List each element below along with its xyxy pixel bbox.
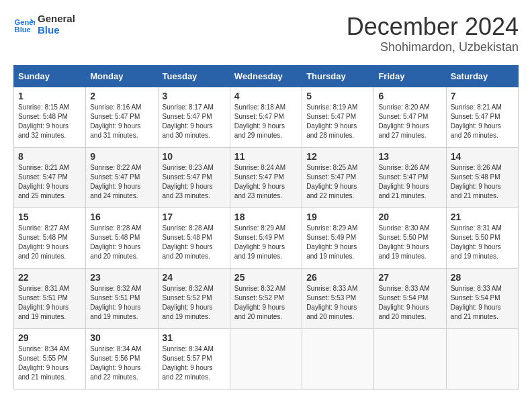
calendar-day-cell: 29 Sunrise: 8:34 AM Sunset: 5:55 PM Dayl… [14,328,86,389]
calendar-day-cell: 28 Sunrise: 8:33 AM Sunset: 5:54 PM Dayl… [446,268,518,328]
calendar-day-cell: 11 Sunrise: 8:24 AM Sunset: 5:47 PM Dayl… [230,147,302,208]
sunrise-label: Sunrise: 8:22 AM [90,164,141,171]
logo: General Blue General Blue [13,13,75,36]
daylight-label: Daylight: 9 hours and 20 minutes. [378,304,429,320]
day-info: Sunrise: 8:34 AM Sunset: 5:56 PM Dayligh… [90,345,153,382]
weekday-header: Thursday [302,65,374,87]
daylight-label: Daylight: 9 hours and 28 minutes. [306,122,357,139]
calendar-day-cell [446,328,518,389]
daylight-label: Daylight: 9 hours and 22 minutes. [90,364,140,381]
calendar-table: SundayMondayTuesdayWednesdayThursdayFrid… [13,65,519,390]
day-info: Sunrise: 8:32 AM Sunset: 5:52 PM Dayligh… [234,284,298,322]
daylight-label: Daylight: 9 hours and 19 minutes. [90,304,140,320]
day-info: Sunrise: 8:28 AM Sunset: 5:48 PM Dayligh… [90,224,153,261]
sunset-label: Sunset: 5:49 PM [234,234,284,241]
sunset-label: Sunset: 5:47 PM [451,113,500,120]
sunset-label: Sunset: 5:47 PM [378,173,428,181]
day-number: 3 [163,91,226,101]
daylight-label: Daylight: 9 hours and 21 minutes. [451,183,501,199]
sunset-label: Sunset: 5:57 PM [163,355,212,362]
daylight-label: Daylight: 9 hours and 19 minutes. [451,243,501,260]
calendar-day-cell: 1 Sunrise: 8:15 AM Sunset: 5:48 PM Dayli… [14,87,86,147]
daylight-label: Daylight: 9 hours and 23 minutes. [163,183,213,199]
daylight-label: Daylight: 9 hours and 22 minutes. [306,183,357,199]
weekday-header: Saturday [446,65,518,87]
day-info: Sunrise: 8:19 AM Sunset: 5:47 PM Dayligh… [306,103,369,140]
day-info: Sunrise: 8:31 AM Sunset: 5:50 PM Dayligh… [451,224,514,261]
day-info: Sunrise: 8:18 AM Sunset: 5:47 PM Dayligh… [234,103,298,140]
day-number: 22 [18,272,81,283]
sunset-label: Sunset: 5:52 PM [163,294,212,302]
day-number: 17 [163,212,226,222]
sunrise-label: Sunrise: 8:19 AM [306,103,357,111]
month-title: December 2024 [347,13,519,40]
weekday-header: Monday [86,65,158,87]
calendar-day-cell: 30 Sunrise: 8:34 AM Sunset: 5:56 PM Dayl… [86,328,158,389]
day-info: Sunrise: 8:26 AM Sunset: 5:47 PM Dayligh… [378,163,441,201]
sunrise-label: Sunrise: 8:15 AM [18,103,69,111]
calendar-day-cell: 16 Sunrise: 8:28 AM Sunset: 5:48 PM Dayl… [86,208,158,268]
calendar-week-row: 22 Sunrise: 8:31 AM Sunset: 5:51 PM Dayl… [14,268,519,328]
sunrise-label: Sunrise: 8:29 AM [234,224,285,232]
sunset-label: Sunset: 5:54 PM [378,294,428,302]
sunset-label: Sunset: 5:47 PM [306,113,356,120]
calendar-day-cell: 14 Sunrise: 8:26 AM Sunset: 5:48 PM Dayl… [446,147,518,208]
day-info: Sunrise: 8:31 AM Sunset: 5:51 PM Dayligh… [18,284,81,322]
calendar-day-cell: 10 Sunrise: 8:23 AM Sunset: 5:47 PM Dayl… [158,147,230,208]
sunset-label: Sunset: 5:47 PM [163,173,212,181]
calendar-day-cell: 19 Sunrise: 8:29 AM Sunset: 5:49 PM Dayl… [302,208,374,268]
day-info: Sunrise: 8:34 AM Sunset: 5:55 PM Dayligh… [18,345,81,382]
calendar-day-cell: 27 Sunrise: 8:33 AM Sunset: 5:54 PM Dayl… [374,268,446,328]
day-number: 12 [306,151,369,162]
sunrise-label: Sunrise: 8:34 AM [163,345,214,353]
daylight-label: Daylight: 9 hours and 20 minutes. [18,243,69,260]
day-number: 24 [163,272,226,283]
day-number: 14 [451,151,514,162]
daylight-label: Daylight: 9 hours and 31 minutes. [90,122,140,139]
daylight-label: Daylight: 9 hours and 20 minutes. [163,243,213,260]
calendar-day-cell: 9 Sunrise: 8:22 AM Sunset: 5:47 PM Dayli… [86,147,158,208]
day-number: 15 [18,212,81,222]
calendar-day-cell: 5 Sunrise: 8:19 AM Sunset: 5:47 PM Dayli… [302,87,374,147]
daylight-label: Daylight: 9 hours and 20 minutes. [234,304,285,320]
sunset-label: Sunset: 5:50 PM [378,234,428,241]
day-number: 11 [234,151,298,162]
sunset-label: Sunset: 5:51 PM [18,294,68,302]
sunrise-label: Sunrise: 8:32 AM [90,285,141,292]
day-info: Sunrise: 8:23 AM Sunset: 5:47 PM Dayligh… [163,163,226,201]
sunrise-label: Sunrise: 8:32 AM [163,285,214,292]
day-info: Sunrise: 8:32 AM Sunset: 5:51 PM Dayligh… [90,284,153,322]
day-number: 21 [451,212,514,222]
daylight-label: Daylight: 9 hours and 25 minutes. [18,183,69,199]
sunrise-label: Sunrise: 8:28 AM [163,224,214,232]
daylight-label: Daylight: 9 hours and 24 minutes. [90,183,140,199]
daylight-label: Daylight: 9 hours and 19 minutes. [378,243,429,260]
calendar-day-cell: 3 Sunrise: 8:17 AM Sunset: 5:47 PM Dayli… [158,87,230,147]
sunset-label: Sunset: 5:48 PM [163,234,212,241]
daylight-label: Daylight: 9 hours and 21 minutes. [18,364,69,381]
sunset-label: Sunset: 5:47 PM [18,173,68,181]
day-info: Sunrise: 8:29 AM Sunset: 5:49 PM Dayligh… [234,224,298,261]
day-info: Sunrise: 8:25 AM Sunset: 5:47 PM Dayligh… [306,163,369,201]
sunrise-label: Sunrise: 8:23 AM [163,164,214,171]
daylight-label: Daylight: 9 hours and 21 minutes. [378,183,429,199]
day-info: Sunrise: 8:15 AM Sunset: 5:48 PM Dayligh… [18,103,81,140]
daylight-label: Daylight: 9 hours and 22 minutes. [163,364,213,381]
location-title: Shohimardon, Uzbekistan [347,40,519,54]
svg-text:Blue: Blue [15,26,31,34]
calendar-day-cell: 21 Sunrise: 8:31 AM Sunset: 5:50 PM Dayl… [446,208,518,268]
sunrise-label: Sunrise: 8:26 AM [451,164,502,171]
sunrise-label: Sunrise: 8:18 AM [234,103,285,111]
weekday-header: Tuesday [158,65,230,87]
day-number: 9 [90,151,153,162]
sunrise-label: Sunrise: 8:31 AM [451,224,502,232]
logo-icon: General Blue [13,14,35,36]
sunset-label: Sunset: 5:47 PM [90,113,140,120]
day-info: Sunrise: 8:33 AM Sunset: 5:54 PM Dayligh… [378,284,441,322]
daylight-label: Daylight: 9 hours and 21 minutes. [451,304,501,320]
day-info: Sunrise: 8:16 AM Sunset: 5:47 PM Dayligh… [90,103,153,140]
sunset-label: Sunset: 5:56 PM [90,355,140,362]
sunrise-label: Sunrise: 8:25 AM [306,164,357,171]
title-area: December 2024 Shohimardon, Uzbekistan [347,13,519,54]
day-info: Sunrise: 8:26 AM Sunset: 5:48 PM Dayligh… [451,163,514,201]
